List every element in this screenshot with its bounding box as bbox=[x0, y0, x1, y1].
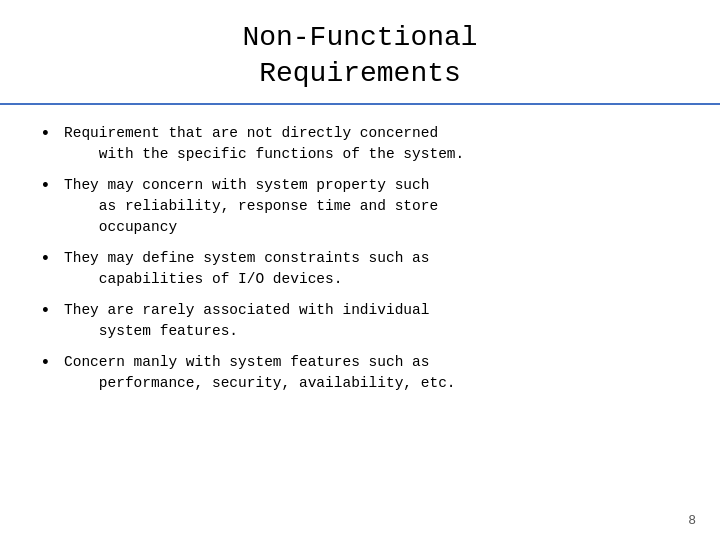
bullet-text: They are rarely associated with individu… bbox=[64, 300, 680, 342]
list-item: • They are rarely associated with indivi… bbox=[40, 300, 680, 342]
bullet-icon: • bbox=[40, 248, 58, 271]
bullet-text: They may define system constraints such … bbox=[64, 248, 680, 290]
list-item: • They may concern with system property … bbox=[40, 175, 680, 238]
content-section: • Requirement that are not directly conc… bbox=[0, 123, 720, 520]
bullet-text: They may concern with system property su… bbox=[64, 175, 680, 238]
slide-title: Non-Functional Requirements bbox=[40, 20, 680, 93]
page-number: 8 bbox=[688, 513, 696, 528]
slide: Non-Functional Requirements • Requiremen… bbox=[0, 0, 720, 540]
bullet-icon: • bbox=[40, 175, 58, 198]
list-item: • They may define system constraints suc… bbox=[40, 248, 680, 290]
title-divider bbox=[0, 103, 720, 105]
bullet-text: Concern manly with system features such … bbox=[64, 352, 680, 394]
header-section: Non-Functional Requirements bbox=[0, 0, 720, 103]
bullet-icon: • bbox=[40, 300, 58, 323]
bullet-list: • Requirement that are not directly conc… bbox=[40, 123, 680, 394]
bullet-icon: • bbox=[40, 352, 58, 375]
bullet-icon: • bbox=[40, 123, 58, 146]
title-line2: Requirements bbox=[259, 58, 461, 89]
bullet-text: Requirement that are not directly concer… bbox=[64, 123, 680, 165]
list-item: • Requirement that are not directly conc… bbox=[40, 123, 680, 165]
title-line1: Non-Functional bbox=[242, 22, 477, 53]
list-item: • Concern manly with system features suc… bbox=[40, 352, 680, 394]
